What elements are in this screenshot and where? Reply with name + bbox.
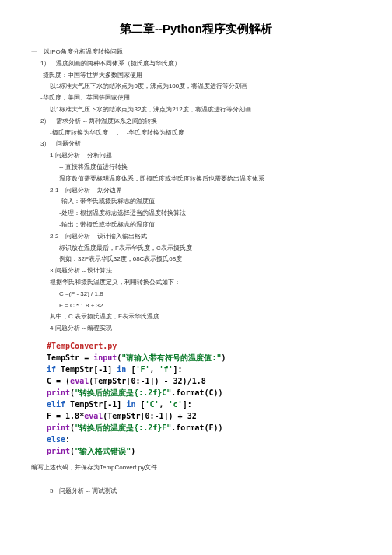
code-string: "请输入带有符号的温度值:" — [121, 353, 221, 362]
code-keyword: else — [47, 435, 65, 444]
code-text: ) — [221, 353, 226, 362]
code-func: print — [47, 388, 70, 397]
code-keyword: in — [126, 400, 135, 409]
code-text: [ — [126, 365, 135, 374]
outline-line: 3） 问题分析 — [31, 139, 361, 149]
outline-line: C =(F - 32) / 1.8 — [31, 290, 361, 300]
code-block: #TempConvert.py TempStr = input("请输入带有符号… — [47, 340, 361, 457]
page-title: 第二章--Python程序实例解析 — [31, 19, 361, 38]
outline-line: 一 以IPO角度分析温度转换问题 — [31, 47, 361, 58]
code-func: print — [47, 423, 70, 432]
outline-line: -华氏度：美国、英国等国家使用 — [31, 93, 361, 104]
outline-line: 以1标准大气压下水的结冰点为32度，沸点为212度，将温度进行等分刻画 — [31, 105, 361, 115]
code-func: print — [47, 447, 70, 455]
code-text: ]: — [183, 400, 192, 409]
outline-line: 其中，C 表示摄氏温度，F表示华氏温度 — [31, 312, 361, 322]
outline-line: 2） 需求分析 -- 两种温度体系之间的转换 — [31, 117, 361, 127]
code-text: C = ( — [47, 377, 70, 385]
code-text: , — [149, 365, 159, 374]
outline-line: 5 问题分析 -- 调试测试 — [31, 487, 361, 497]
code-func: input — [93, 353, 117, 362]
code-func: eval — [70, 377, 89, 385]
code-text: , — [159, 400, 169, 409]
outline-line: -处理：根据温度标志选择适当的温度转换算法 — [31, 209, 361, 219]
code-text: TempStr[-1] — [56, 365, 117, 374]
code-string: 'C' — [145, 400, 159, 409]
outline-line: 2-1 问题分析 -- 划分边界 — [31, 186, 361, 196]
after-code-note: 编写上述代码，并保存为TempConvert.py文件 — [31, 463, 361, 473]
code-comment: #TempConvert.py — [47, 342, 117, 350]
code-text: TempStr = — [47, 353, 93, 362]
outline-line: -摄氏度转换为华氏度 ； -华氏度转换为摄氏度 — [31, 128, 361, 139]
code-text: : — [65, 435, 70, 444]
code-text: .format(C)) — [171, 388, 222, 397]
outline-line: -- 直接将温度值进行转换 — [31, 163, 361, 173]
code-text: .format(F)) — [171, 423, 222, 432]
outline-line: -输出：带摄氏或华氏标志的温度值 — [31, 220, 361, 230]
code-string: "转换后的温度是{:.2f}C" — [75, 388, 171, 397]
outline-line: 标识放在温度最后，F表示华氏度，C表示摄氏度 — [31, 244, 361, 254]
code-keyword: if — [47, 365, 56, 374]
code-string: "输入格式错误" — [75, 447, 131, 455]
outline-line: F = C * 1.8 + 32 — [31, 301, 361, 311]
outline-line: 以1标准大气压下水的结冰点为0度，沸点为100度，将温度进行等分刻画 — [31, 82, 361, 92]
outline: 一 以IPO角度分析温度转换问题1） 温度刻画的两种不同体系（摄氏度与华氏度）-… — [31, 47, 361, 334]
code-string: 'c' — [169, 400, 183, 409]
code-text: F = 1.8* — [47, 412, 84, 420]
code-string: "转换后的温度是{:.2f}F" — [75, 423, 171, 432]
outline-line: 1 问题分析 -- 分析问题 — [31, 151, 361, 161]
outline-line: 温度数值需要标明温度体系，即摄氏度或华氏度转换后也需要给出温度体系 — [31, 174, 361, 184]
outline-line: 2-2 问题分析 -- 设计输入输出格式 — [31, 232, 361, 242]
code-string: 'f' — [159, 365, 173, 374]
outline-line: 1） 温度刻画的两种不同体系（摄氏度与华氏度） — [31, 59, 361, 69]
code-text: TempStr[-1] — [65, 400, 126, 409]
code-text: ]: — [173, 365, 183, 374]
outline-line: 根据华氏和摄氏温度定义，利用转换公式如下： — [31, 278, 361, 288]
code-func: eval — [84, 412, 103, 420]
outline-line: 例如：32F表示华氏32度，68C表示摄氏68度 — [31, 255, 361, 265]
code-keyword: elif — [47, 400, 65, 409]
code-keyword: in — [117, 365, 126, 374]
code-text: ) — [131, 447, 135, 455]
outline-line: 3 问题分析 -- 设计算法 — [31, 266, 361, 276]
code-string: 'F' — [135, 365, 149, 374]
outline-line: -输入：带华氏或摄氏标志的温度值 — [31, 197, 361, 207]
code-text: (TempStr[0:-1]) - 32)/1.8 — [89, 377, 206, 385]
code-text: [ — [135, 400, 145, 409]
code-text: (TempStr[0:-1]) + 32 — [103, 412, 196, 420]
outline-line: -摄氏度：中国等世界大多数国家使用 — [31, 71, 361, 81]
outline-line: 4 问题分析 -- 编程实现 — [31, 324, 361, 334]
